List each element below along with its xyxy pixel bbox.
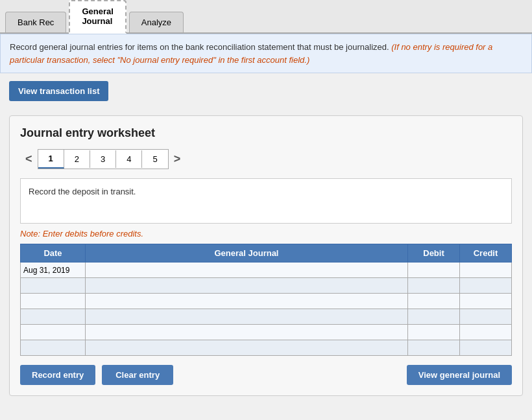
table-row (21, 278, 512, 294)
debit-input-6[interactable] (408, 340, 459, 355)
view-transaction-list-button[interactable]: View transaction list (9, 81, 108, 101)
tabs-bar: Bank Rec GeneralJournal Analyze (0, 0, 532, 34)
debit-input-1[interactable] (408, 262, 459, 277)
table-row (21, 262, 512, 278)
journal-input-2[interactable] (86, 278, 407, 293)
table-row (21, 325, 512, 340)
bottom-buttons: Record entry Clear entry View general jo… (20, 365, 512, 385)
journal-input-1[interactable] (86, 262, 407, 277)
journal-input-6[interactable] (86, 340, 407, 355)
debit-input-4[interactable] (408, 309, 459, 324)
clear-entry-button[interactable]: Clear entry (102, 365, 173, 385)
worksheet-title: Journal entry worksheet (20, 126, 512, 140)
date-input-5[interactable] (21, 325, 85, 340)
debit-input-5[interactable] (408, 325, 459, 340)
tab-general-journal[interactable]: GeneralJournal (69, 0, 126, 34)
action-bar: View transaction list (0, 73, 532, 109)
page-tabs: 1 2 3 4 5 (38, 149, 169, 169)
journal-input-5[interactable] (86, 325, 407, 340)
page-tab-2[interactable]: 2 (64, 150, 90, 168)
credit-input-3[interactable] (460, 294, 511, 309)
record-entry-button[interactable]: Record entry (20, 365, 95, 385)
tab-bank-rec[interactable]: Bank Rec (5, 12, 66, 32)
journal-input-3[interactable] (86, 294, 407, 309)
debit-input-2[interactable] (408, 278, 459, 293)
date-input-1[interactable] (21, 262, 85, 277)
credit-input-4[interactable] (460, 309, 511, 324)
col-header-journal: General Journal (86, 244, 408, 262)
col-header-debit: Debit (408, 244, 460, 262)
table-row (21, 340, 512, 356)
col-header-date: Date (21, 244, 86, 262)
note-text: Note: Enter debits before credits. (20, 229, 512, 239)
worksheet-container: Journal entry worksheet < 1 2 3 4 5 > Re… (9, 115, 523, 396)
col-header-credit: Credit (460, 244, 512, 262)
table-row (21, 294, 512, 309)
journal-table: Date General Journal Debit Credit (20, 244, 512, 356)
credit-input-1[interactable] (460, 262, 511, 277)
date-input-6[interactable] (21, 340, 85, 355)
prev-page-button[interactable]: < (20, 150, 38, 169)
credit-input-2[interactable] (460, 278, 511, 293)
page-navigation: < 1 2 3 4 5 > (20, 149, 512, 169)
tab-analyze[interactable]: Analyze (129, 12, 184, 32)
date-input-2[interactable] (21, 278, 85, 293)
date-input-3[interactable] (21, 294, 85, 309)
view-general-journal-button[interactable]: View general journal (407, 365, 512, 385)
description-box: Record the deposit in transit. (20, 178, 512, 224)
debit-input-3[interactable] (408, 294, 459, 309)
info-banner: Record general journal entries for items… (0, 34, 532, 73)
page-tab-5[interactable]: 5 (142, 150, 167, 168)
date-input-4[interactable] (21, 309, 85, 324)
table-row (21, 309, 512, 325)
page-tab-4[interactable]: 4 (116, 150, 142, 168)
page-tab-3[interactable]: 3 (90, 150, 116, 168)
page-tab-1[interactable]: 1 (38, 150, 64, 169)
next-page-button[interactable]: > (169, 150, 186, 169)
credit-input-5[interactable] (460, 325, 511, 340)
journal-input-4[interactable] (86, 309, 407, 324)
credit-input-6[interactable] (460, 340, 511, 355)
